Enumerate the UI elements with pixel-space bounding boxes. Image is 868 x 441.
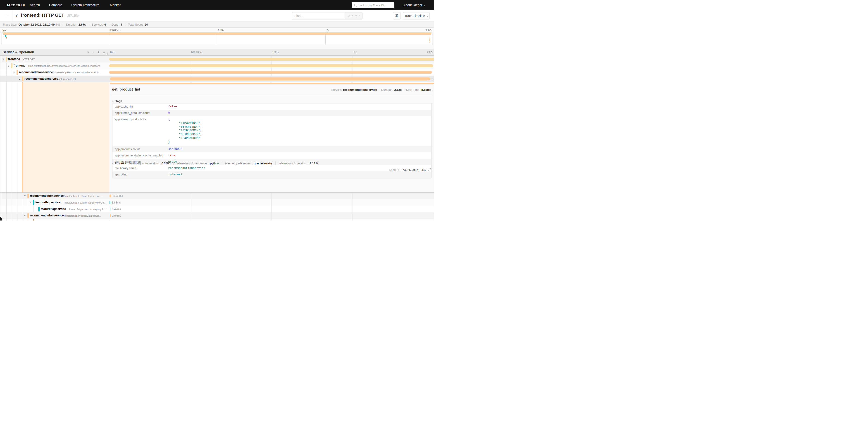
tags-section-toggle[interactable]: ∨Tags (112, 99, 122, 103)
span-duration-label: 1.04ms (112, 214, 121, 217)
span-id-label: SpanID: (389, 168, 400, 172)
span-row-partial[interactable] (0, 219, 434, 220)
nav-item-compare[interactable]: Compare (49, 0, 62, 10)
tag-value: recommendationservice (168, 165, 205, 170)
minimap-right-scrubber[interactable] (432, 32, 432, 37)
focus-match-icon[interactable]: ◎ (347, 14, 350, 18)
nav-item-monitor[interactable]: Monitor (110, 0, 121, 10)
previous-match-icon[interactable]: ∧ (351, 14, 353, 18)
minimap-tick: 2s (327, 29, 329, 31)
span-duration-label: 3.68ms (112, 201, 121, 204)
span-row-recommendation-productcatalog[interactable]: ∨ recommendationservice /hipstershop.Pro… (0, 212, 434, 219)
column-resize-handle[interactable] (106, 53, 107, 55)
tag-row: app.filtered_products.list [ "1YMWWN1N4O… (113, 116, 431, 146)
span-service-name: featureflagservice (41, 207, 66, 210)
process-item: telemetry.auto.version = 0.34b0 (129, 161, 170, 165)
span-operation-name: /hipstershop.RecommendationService/Lis… (53, 71, 101, 74)
minimap-span-productcatalog (6, 37, 7, 38)
span-row-recommendation-grpc[interactable]: ∨ recommendationservice /hipstershop.Rec… (0, 69, 434, 76)
service-color-chip (17, 70, 18, 75)
tag-value: 44530923 (168, 146, 182, 151)
span-service-name: featureflagservice (35, 201, 60, 204)
process-label: Process: (115, 161, 127, 165)
process-item: telemetry.sdk.version = 1.13.0 (279, 161, 318, 165)
expand-one-icon[interactable]: › (93, 51, 93, 54)
service-operation-header: Service & Operation (3, 50, 34, 54)
link-icon[interactable] (428, 168, 431, 172)
span-bar[interactable] (109, 71, 432, 74)
span-row-featureflag-grpc[interactable]: ∨ featureflagservice /hipstershop.Featur… (0, 199, 434, 206)
duration-value: 2.67s (79, 23, 86, 26)
chevron-down-icon: ∨ (427, 15, 428, 18)
collapse-span-icon[interactable]: ∨ (24, 195, 26, 198)
collapse-one-icon[interactable]: ∨ (87, 51, 89, 54)
span-row-recommendation-featureflag[interactable]: ∨ recommendationservice /hipstershop.Fea… (0, 193, 434, 199)
depth-label: Depth (112, 23, 120, 26)
span-detail-stats: Service:recommendationservice Duration:2… (331, 88, 431, 91)
collapse-span-icon[interactable]: ∨ (24, 214, 26, 217)
tag-value: true (168, 152, 175, 157)
minimap-left-scrubber[interactable] (2, 32, 2, 37)
minimap-late-span (429, 42, 430, 42)
tag-row: otel.library.name recommendationservice (113, 165, 431, 171)
top-nav: JAEGER UI Search Compare System Architec… (0, 0, 434, 10)
detail-left-gutter (0, 82, 109, 193)
expand-all-icon[interactable]: » (103, 50, 105, 54)
total-spans-label: Total Spans (128, 23, 144, 26)
minimap-tick: 1.33s (218, 29, 224, 31)
tree-timeline-divider[interactable] (109, 49, 109, 220)
minimap-late-span (429, 40, 430, 41)
timeline-tick: 666.89ms (191, 51, 202, 53)
collapse-span-icon[interactable]: ∨ (29, 201, 31, 204)
span-row-frontend-httpget[interactable]: ∨ frontend HTTP GET (0, 56, 434, 62)
jaeger-logo[interactable]: JAEGER UI (6, 0, 25, 10)
span-id-row: SpanID: 1ca2262df0e18447 (389, 168, 431, 172)
service-color-chip (27, 213, 29, 218)
service-color-chip (33, 219, 34, 220)
collapse-span-icon[interactable]: ∨ (13, 71, 15, 74)
clear-find-icon[interactable]: × (359, 14, 360, 18)
minimap-tick: 0μs (2, 29, 6, 31)
collapse-span-icon[interactable]: ∨ (19, 78, 20, 80)
next-match-icon[interactable]: ∨ (355, 14, 357, 18)
span-bar[interactable] (110, 208, 111, 210)
span-row-get-product-list[interactable]: ∨ recommendationservice get_product_list… (0, 76, 434, 82)
span-bar[interactable] (109, 58, 434, 61)
timeline-tick: 1.33s (273, 51, 279, 53)
minimap-canvas[interactable] (2, 32, 432, 45)
collapse-span-icon[interactable]: ∨ (8, 64, 9, 67)
about-jaeger-menu[interactable]: About Jaeger∨ (403, 0, 425, 10)
keyboard-shortcuts-button[interactable]: ⌘ (393, 12, 401, 20)
minimap-span-recommendation (3, 33, 431, 35)
chevron-down-icon: ∨ (112, 100, 114, 102)
span-duration-label: 14.49ms (113, 195, 123, 198)
trace-page-header: ← ∨ frontend: HTTP GET 2f715fb Find... ◎… (0, 10, 434, 22)
span-bar[interactable] (110, 195, 111, 198)
collapse-span-icon[interactable]: ∨ (2, 58, 4, 61)
timeline-columns-header: Service & Operation ∨ › ∨∨ » 0μs 666.89m… (0, 49, 434, 56)
span-bar[interactable] (110, 201, 110, 204)
collapse-trace-title-icon[interactable]: ∨ (16, 13, 18, 18)
span-row-frontend-grpc[interactable]: ∨ frontend grpc.hipstershop.Recommendati… (0, 62, 434, 69)
span-bar[interactable] (110, 214, 111, 217)
collapse-all-icon[interactable]: ∨∨ (97, 51, 99, 53)
span-operation-name: /hipstershop.FeatureFlagService… (64, 195, 102, 198)
find-input[interactable]: Find... (292, 12, 345, 19)
trace-start-value: October 22 2022, 22:10:09 (19, 23, 55, 26)
back-button[interactable]: ← (4, 13, 9, 18)
trace-view-selector[interactable]: Trace Timeline ∨ (403, 12, 430, 20)
service-color-chip (33, 200, 34, 205)
trace-title: frontend: HTTP GET 2f715fb (21, 13, 79, 18)
nav-item-search[interactable]: Search (30, 0, 40, 10)
services-label: Services (92, 23, 103, 26)
duration-label: Duration (66, 23, 77, 26)
detail-divider (112, 96, 431, 96)
span-service-name: frontend (8, 57, 20, 61)
nav-item-system-architecture[interactable]: System Architecture (71, 0, 99, 10)
span-operation-name: /hipstershop.FeatureFlagService/Ge… (64, 201, 106, 204)
span-row-featureflag-repo-query[interactable]: featureflagservice featureflagservice.re… (0, 206, 434, 212)
span-bar[interactable] (110, 78, 430, 80)
trace-id-lookup-input[interactable]: Lookup by Trace ID... (352, 2, 394, 8)
span-bar[interactable] (109, 64, 433, 67)
process-section-toggle[interactable]: › Process: telemetry.auto.version = 0.34… (112, 161, 318, 165)
